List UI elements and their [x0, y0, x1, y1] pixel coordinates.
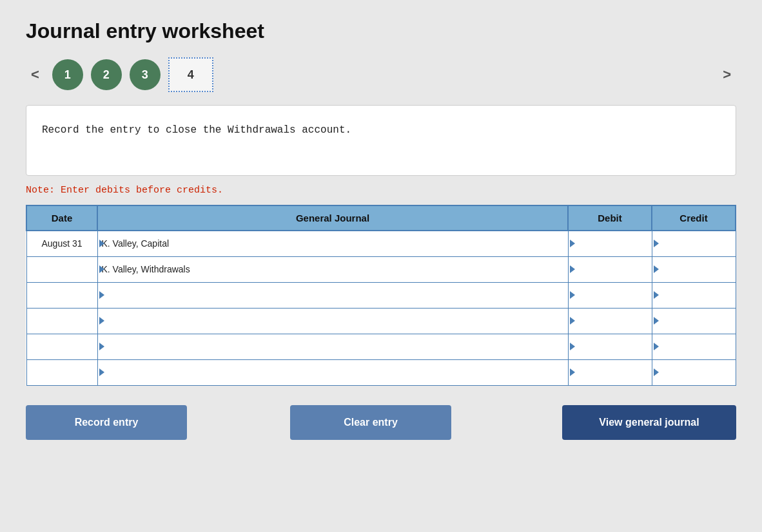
debit-cell[interactable]	[568, 334, 652, 359]
debit-cell[interactable]	[568, 231, 652, 256]
row-indicator-icon	[99, 240, 104, 247]
note-text: Note: Enter debits before credits.	[26, 185, 736, 196]
credit-cell[interactable]	[652, 282, 736, 308]
debit-cell[interactable]	[568, 282, 652, 308]
debit-indicator-icon	[570, 343, 575, 350]
date-cell	[26, 282, 97, 308]
header-debit: Debit	[568, 205, 652, 231]
journal-cell[interactable]	[97, 282, 568, 308]
credit-cell[interactable]	[652, 359, 736, 385]
step-3[interactable]: 3	[130, 59, 161, 90]
credit-cell[interactable]	[652, 334, 736, 359]
credit-indicator-icon	[654, 368, 659, 376]
credit-indicator-icon	[654, 265, 659, 273]
table-row: K. Valley, Withdrawals	[26, 256, 736, 282]
credit-cell[interactable]	[652, 231, 736, 256]
credit-cell[interactable]	[652, 308, 736, 334]
step-1[interactable]: 1	[52, 59, 83, 90]
step-4[interactable]: 4	[168, 57, 213, 92]
nav-row: < 1 2 3 4 >	[26, 57, 736, 92]
debit-indicator-icon	[570, 265, 575, 273]
date-cell: August 31	[26, 231, 97, 256]
page-title: Journal entry worksheet	[26, 19, 736, 43]
journal-cell[interactable]	[97, 308, 568, 334]
buttons-row: Record entry Clear entry View general jo…	[26, 405, 736, 440]
instruction-text: Record the entry to close the Withdrawal…	[42, 124, 351, 136]
credit-indicator-icon	[654, 291, 659, 299]
row-indicator-icon	[99, 265, 104, 273]
credit-cell[interactable]	[652, 256, 736, 282]
prev-arrow[interactable]: <	[26, 64, 44, 86]
journal-table: Date General Journal Debit Credit August…	[26, 205, 736, 386]
instruction-box: Record the entry to close the Withdrawal…	[26, 105, 736, 176]
table-row	[26, 308, 736, 334]
credit-indicator-icon	[654, 240, 659, 247]
date-cell	[26, 359, 97, 385]
table-row	[26, 334, 736, 359]
row-indicator-icon	[99, 343, 104, 350]
row-indicator-icon	[99, 368, 104, 376]
header-journal: General Journal	[97, 205, 568, 231]
debit-cell[interactable]	[568, 359, 652, 385]
debit-indicator-icon	[570, 317, 575, 325]
date-cell	[26, 334, 97, 359]
row-indicator-icon	[99, 317, 104, 325]
clear-entry-button[interactable]: Clear entry	[290, 405, 451, 440]
journal-cell[interactable]: K. Valley, Withdrawals	[97, 256, 568, 282]
debit-cell[interactable]	[568, 256, 652, 282]
journal-cell[interactable]	[97, 359, 568, 385]
row-indicator-icon	[99, 291, 104, 299]
credit-indicator-icon	[654, 343, 659, 350]
journal-cell[interactable]: K. Valley, Capital	[97, 231, 568, 256]
credit-indicator-icon	[654, 317, 659, 325]
journal-cell[interactable]	[97, 334, 568, 359]
record-entry-button[interactable]: Record entry	[26, 405, 187, 440]
date-cell	[26, 308, 97, 334]
next-arrow[interactable]: >	[718, 64, 736, 86]
table-row	[26, 359, 736, 385]
debit-indicator-icon	[570, 240, 575, 247]
table-row	[26, 282, 736, 308]
date-cell	[26, 256, 97, 282]
debit-indicator-icon	[570, 368, 575, 376]
view-general-journal-button[interactable]: View general journal	[562, 405, 736, 440]
table-row: August 31 K. Valley, Capital	[26, 231, 736, 256]
header-date: Date	[26, 205, 97, 231]
header-credit: Credit	[652, 205, 736, 231]
debit-cell[interactable]	[568, 308, 652, 334]
debit-indicator-icon	[570, 291, 575, 299]
step-2[interactable]: 2	[91, 59, 122, 90]
